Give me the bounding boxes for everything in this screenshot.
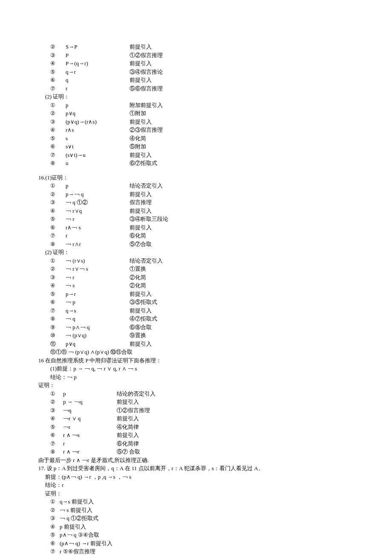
proof-step: ②S→P前提引入 [38, 43, 354, 51]
proof-step: ③￢q①②假言推理 [38, 406, 354, 415]
proof-block-b: (2) 证明： ①p附加前提引入 ②p∨q①附加 ③(p∨q)→(r∧s)前提引… [38, 92, 354, 168]
step-num: ④ [38, 523, 60, 531]
proof-block-16a: 16.(1)证明： ①p结论否定引入 ②p→￢ q前提引入 ③￢ q ①②假言推… [38, 173, 354, 249]
step-formula: ￢ q ①②拒取式 [60, 514, 354, 523]
step-num: ⑤ [38, 423, 63, 431]
step-formula: r ⑤⑥假言推理 [60, 547, 354, 555]
proof-step: ⑤p∧￢ q ③④合取 [38, 531, 354, 539]
step-num: ⑥ [38, 142, 66, 151]
proof-step: ⑦r⑥化简律 [38, 439, 354, 448]
step-reason: ⑤⑦合取 [130, 240, 354, 249]
step-num: ⑧ [38, 159, 66, 168]
proof-step: ⑧u⑥⑦拒取式 [38, 159, 354, 168]
conclusion-line: 结论：r [38, 481, 354, 489]
step-formula: s∨t [66, 142, 130, 151]
proof-step: ⑥￢ p③⑤拒取式 [38, 298, 354, 306]
proof-step: ⑪p∨q前提引入 [38, 340, 354, 348]
final-line: ⑪①⑪ ￢ (p∨q) ∧(p∨q) ⑩⑪合取 [38, 348, 354, 356]
step-reason: ③④假言推论 [130, 68, 354, 76]
proof-step: ④r∧s②③假言推理 [38, 126, 354, 134]
step-reason: ⑤⑥假言推理 [130, 84, 354, 93]
step-num: ⑤ [38, 134, 66, 143]
step-num: ⑦ [38, 231, 66, 240]
step-formula: (s∨t)→u [66, 151, 130, 159]
proof-step: ⑥r ∧ ￢s前提引入 [38, 431, 354, 439]
step-formula: r [63, 439, 117, 448]
step-num: ⑧ [38, 240, 66, 249]
proof-step: ③P①②假言推理 [38, 51, 354, 60]
step-reason: 前提引入 [130, 59, 354, 68]
step-formula: p→￢ q [66, 190, 130, 199]
step-reason: 前提引入 [130, 306, 354, 315]
step-reason: 前提引入 [117, 431, 354, 439]
step-formula: ￢ r∨￢ s [66, 265, 130, 273]
step-reason: 结论否定引入 [130, 257, 354, 265]
step-num: ③ [38, 118, 66, 126]
proof-step: ⑧￢ r∧r⑤⑦合取 [38, 240, 354, 249]
proof-step: ④￢ s②化简 [38, 281, 354, 290]
step-formula: ￢ q ①② [66, 198, 130, 207]
block-header: 16.(1)证明： [38, 173, 354, 182]
proof-step: ⑦q→s前提引入 [38, 306, 354, 315]
step-formula: p∨q [66, 340, 130, 348]
step-formula: r [66, 231, 130, 240]
step-reason: 前提引入 [130, 43, 354, 51]
step-num: ① [38, 257, 66, 265]
step-formula: ￢q [63, 406, 117, 415]
conclusion-line: 结论：￢ p [38, 373, 354, 382]
step-reason: ②化简 [130, 273, 354, 282]
step-num: ⑦ [38, 151, 66, 159]
proof-step: ③￢ r②化简 [38, 273, 354, 282]
step-formula: ￢ r∨q [66, 207, 130, 215]
proof-step: ⑤￢r④化简律 [38, 423, 354, 431]
proof-step: ①￢ (r∨s)结论否定引入 [38, 257, 354, 265]
proof-label: 证明： [38, 489, 354, 498]
proof-step: ④P→(q→r)前提引入 [38, 59, 354, 68]
proof-step: ⑦r⑤⑥假言推理 [38, 84, 354, 93]
step-formula: r ∧ ￢s [63, 431, 117, 439]
step-reason: ①②假言推理 [117, 406, 354, 415]
step-formula: ￢ r∧r [66, 240, 130, 249]
step-num: ② [38, 398, 63, 406]
step-reason: ⑥⑦拒取式 [130, 159, 354, 168]
step-num: ① [38, 182, 66, 190]
step-formula: p→r [66, 290, 130, 298]
step-formula: p → ￢q [63, 398, 117, 406]
step-reason: ④化简律 [117, 423, 354, 431]
step-formula: ￢ p∧￢ q [66, 323, 130, 332]
step-num: ⑥ [38, 76, 66, 84]
step-num: ③ [38, 514, 60, 523]
step-formula: ￢ s 前提引入 [60, 506, 354, 515]
step-num: ⑦ [38, 547, 60, 555]
step-reason: 结论否定引入 [130, 182, 354, 190]
step-formula: ￢ (p∨q) [66, 331, 130, 340]
step-reason: ⑤附加 [130, 142, 354, 151]
proof-step: ⑧￢ q④⑦拒取式 [38, 315, 354, 323]
step-reason: ①②假言推理 [130, 51, 354, 60]
step-num: ⑦ [38, 84, 66, 93]
step-num: ⑦ [38, 439, 63, 448]
step-num: ② [38, 190, 66, 199]
step-num: ① [38, 101, 66, 110]
step-num: ⑥ [38, 298, 66, 306]
step-reason: 前提引入 [117, 414, 354, 423]
step-reason: 结论的否定引入 [117, 390, 354, 398]
step-reason: ⑥⑧合取 [130, 323, 354, 332]
proof-block-17: 17. 设 p：A 到过受害者房间，q：A 在 11 点以前离开，r：A 犯谋杀… [38, 464, 354, 555]
step-formula: ￢r ∨ q [63, 414, 117, 423]
step-formula: ￢ p [66, 298, 130, 306]
step-num: ③ [38, 273, 66, 282]
step-formula: q [66, 76, 130, 84]
proof-step: ④￢ r∨q前提引入 [38, 207, 354, 215]
step-reason: 前提引入 [130, 76, 354, 84]
step-num: ④ [38, 414, 63, 423]
step-num: ④ [38, 207, 66, 215]
block-header: 17. 设 p：A 到过受害者房间，q：A 在 11 点以前离开，r：A 犯谋杀… [38, 464, 354, 473]
step-num: ④ [38, 59, 66, 68]
step-reason: ③⑤拒取式 [130, 298, 354, 306]
proof-step: ⑤q→r③④假言推论 [38, 68, 354, 76]
step-num: ③ [38, 51, 66, 60]
proof-step: ⑥r∧￢ s前提引入 [38, 223, 354, 232]
proof-step: ①q→s 前提引入 [38, 497, 354, 506]
step-num: ② [38, 43, 66, 51]
